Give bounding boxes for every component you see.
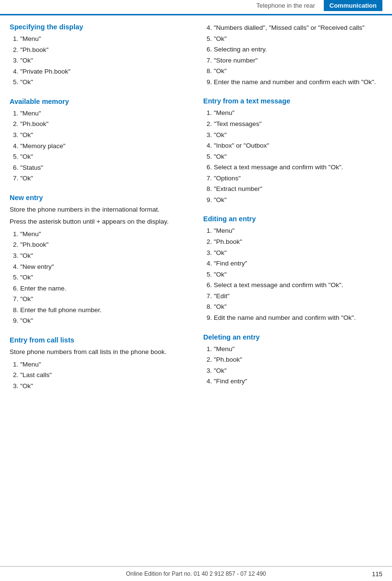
page-header: Telephone in the rear Communication [0, 0, 392, 15]
list-item: "Ok" [20, 174, 189, 183]
list-item: "Ok" [214, 195, 382, 205]
section-specifying-display: Specifying the display "Menu" "Ph.book" … [10, 23, 189, 87]
list-item: "Numbers dialled", "Missed calls" or "Re… [214, 23, 382, 33]
new-entry-para2: Press the asterisk button until + appear… [10, 217, 189, 227]
list-item: "Ok" [20, 273, 189, 282]
list-item: "Ok" [20, 152, 189, 162]
section-editing-entry: Editing an entry "Menu" "Ph.book" "Ok" "… [203, 215, 382, 322]
section-new-entry: New entry Store the phone numbers in the… [10, 194, 189, 326]
right-column: "Numbers dialled", "Missed calls" or "Re… [203, 23, 382, 401]
list-item: "Last calls" [20, 370, 189, 380]
section-title-available-memory: Available memory [10, 98, 189, 105]
list-item: "Ok" [20, 77, 189, 87]
list-item: "Menu" [20, 229, 189, 239]
list-item: Enter the name. [20, 284, 189, 293]
new-entry-para1: Store the phone numbers in the internati… [10, 205, 189, 215]
list-item: "Ph.book" [20, 240, 189, 250]
list-item: "Text messages" [214, 119, 382, 129]
list-item: "Ok" [20, 251, 189, 261]
list-item: "Inbox" or "Outbox" [214, 141, 382, 151]
page-footer: Online Edition for Part no. 01 40 2 912 … [0, 566, 392, 581]
list-item: Selecting an entry. [214, 45, 382, 54]
list-item: "New entry" [20, 262, 189, 272]
section-title-entry-text-message: Entry from a text message [203, 97, 382, 105]
list-item: "Edit" [214, 291, 382, 301]
section-entry-call-lists: Entry from call lists Store phone number… [10, 336, 189, 391]
list-item: "Menu" [214, 344, 382, 354]
section-title-new-entry: New entry [10, 194, 189, 202]
list-deleting-entry: "Menu" "Ph.book" "Ok" "Find entry" [203, 344, 382, 386]
list-item: Enter the name and number and confirm ea… [214, 77, 382, 87]
list-item: "Status" [20, 163, 189, 173]
list-editing-entry: "Menu" "Ph.book" "Ok" "Find entry" "Ok" … [203, 226, 382, 322]
list-item: "Menu" [20, 360, 189, 369]
list-entry-call-lists: "Menu" "Last calls" "Ok" [10, 360, 189, 391]
list-item: "Ok" [214, 34, 382, 44]
list-item: Edit the name and number and confirm wit… [214, 313, 382, 323]
list-specifying-display: "Menu" "Ph.book" "Ok" "Private Ph.book" … [10, 34, 189, 87]
section-entry-call-lists-cont: "Numbers dialled", "Missed calls" or "Re… [203, 23, 382, 87]
list-item: "Ph.book" [20, 119, 189, 129]
list-item: "Memory place" [20, 141, 189, 151]
list-item: "Private Ph.book" [20, 67, 189, 76]
list-item: "Menu" [20, 34, 189, 44]
footer-text: Online Edition for Part no. 01 40 2 912 … [126, 570, 266, 577]
list-item: "Ok" [214, 270, 382, 279]
list-item: Select a text message and confirm with "… [214, 280, 382, 290]
header-telephone-label: Telephone in the rear [257, 2, 315, 9]
list-item: "Ok" [20, 56, 189, 65]
list-item: "Store number" [214, 56, 382, 65]
main-content: Specifying the display "Menu" "Ph.book" … [0, 23, 392, 401]
list-item: "Ok" [20, 316, 189, 326]
left-column: Specifying the display "Menu" "Ph.book" … [10, 23, 189, 401]
section-entry-text-message: Entry from a text message "Menu" "Text m… [203, 97, 382, 204]
list-item: "Ok" [20, 294, 189, 304]
footer-page-number: 115 [372, 570, 382, 578]
list-available-memory: "Menu" "Ph.book" "Ok" "Memory place" "Ok… [10, 109, 189, 183]
list-item: "Ph.book" [20, 45, 189, 55]
list-item: "Find entry" [214, 259, 382, 268]
list-item: "Ok" [214, 152, 382, 162]
list-item: "Menu" [214, 108, 382, 118]
list-item: "Options" [214, 174, 382, 183]
list-item: "Ok" [214, 248, 382, 258]
list-new-entry: "Menu" "Ph.book" "Ok" "New entry" "Ok" E… [10, 229, 189, 326]
header-communication-label: Communication [324, 0, 382, 11]
list-item: Select a text message and confirm with "… [214, 163, 382, 172]
list-item: "Ok" [20, 130, 189, 140]
list-item: "Ph.book" [214, 237, 382, 247]
list-item: "Menu" [20, 109, 189, 118]
section-title-deleting-entry: Deleting an entry [203, 333, 382, 341]
list-item: "Ok" [20, 381, 189, 391]
list-entry-text-message: "Menu" "Text messages" "Ok" "Inbox" or "… [203, 108, 382, 204]
section-title-specifying-display: Specifying the display [10, 23, 189, 31]
list-item: "Ok" [214, 130, 382, 140]
list-item: "Ok" [214, 66, 382, 76]
list-item: "Ok" [214, 302, 382, 312]
section-title-entry-call-lists: Entry from call lists [10, 336, 189, 344]
section-title-editing-entry: Editing an entry [203, 215, 382, 223]
section-available-memory: Available memory "Menu" "Ph.book" "Ok" "… [10, 98, 189, 183]
section-deleting-entry: Deleting an entry "Menu" "Ph.book" "Ok" … [203, 333, 382, 386]
list-item: "Ok" [214, 366, 382, 376]
list-item: "Find entry" [214, 377, 382, 386]
list-item: "Ph.book" [214, 355, 382, 365]
list-item: Enter the full phone number. [20, 305, 189, 315]
entry-call-lists-para1: Store phone numbers from call lists in t… [10, 347, 189, 357]
list-item: "Menu" [214, 226, 382, 236]
list-item: "Extract number" [214, 184, 382, 194]
list-entry-call-lists-cont: "Numbers dialled", "Missed calls" or "Re… [203, 23, 382, 87]
